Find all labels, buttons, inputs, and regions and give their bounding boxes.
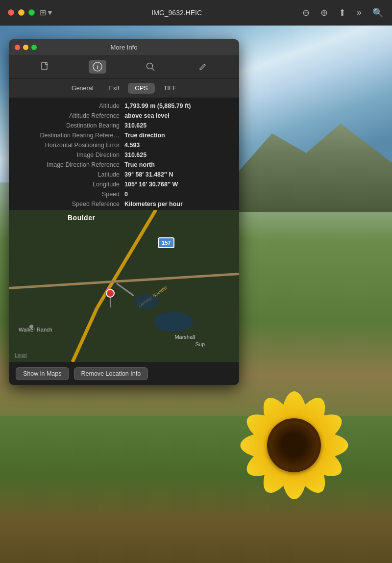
zoom-in-button[interactable]: ⊕ — [319, 6, 329, 19]
titlebar-actions: ⊖ ⊕ ⬆ » 🔍 — [301, 6, 384, 19]
traffic-lights — [8, 9, 35, 16]
tab-exif[interactable]: Exif — [102, 83, 126, 94]
file-icon — [41, 62, 49, 72]
search-icon-button[interactable] — [142, 60, 159, 74]
panel-bottom-buttons: Show in Maps Remove Location Info — [9, 362, 239, 385]
pin-line — [110, 298, 111, 307]
gps-data-section: Altitude 1,793.99 m (5,885.79 ft) Altitu… — [9, 98, 239, 210]
map-label-marshall: Marshall — [174, 334, 195, 340]
map-road-sign-157: 157 — [158, 237, 174, 248]
field-label-img-dir: Image Direction — [17, 152, 124, 158]
field-value-longitude: 105° 16′ 30.768″ W — [124, 181, 178, 188]
field-label-speed-ref: Speed Reference — [17, 201, 124, 207]
field-label-altitude: Altitude — [17, 102, 124, 109]
minimize-button[interactable] — [18, 9, 24, 16]
field-label-speed: Speed — [17, 191, 124, 198]
file-icon-button[interactable] — [36, 60, 54, 74]
field-label-hpe: Horizontal Positioning Error — [17, 142, 124, 149]
more-info-panel: More Info i — [9, 39, 239, 385]
sunflower — [225, 377, 363, 514]
search-icon — [146, 62, 155, 71]
svg-point-3 — [147, 63, 152, 69]
map-label-sup: Sup — [195, 341, 205, 347]
table-row: Destination Bearing Refere… True directi… — [9, 130, 239, 140]
map-roads-svg — [9, 210, 239, 362]
table-row: Speed Reference Kilometers per hour — [9, 199, 239, 209]
field-value-dest-bearing-ref: True direction — [124, 132, 165, 139]
pencil-icon — [198, 62, 207, 71]
table-row: Altitude 1,793.99 m (5,885.79 ft) — [9, 101, 239, 111]
field-value-latitude: 39° 58′ 31.482″ N — [124, 171, 173, 178]
close-button[interactable] — [8, 9, 14, 16]
panel-toolbar: i — [9, 55, 239, 79]
table-row: Longitude 105° 16′ 30.768″ W — [9, 179, 239, 189]
field-value-dest-bearing: 310.625 — [124, 122, 147, 129]
maximize-button[interactable] — [28, 9, 35, 16]
panel-maximize-button[interactable] — [31, 45, 37, 50]
panel-close-button[interactable] — [15, 45, 20, 50]
table-row: Speed 0 — [9, 189, 239, 199]
table-row: Altitude Reference above sea level — [9, 111, 239, 121]
map-label-boulder: Boulder — [68, 214, 95, 222]
show-maps-button[interactable]: Show in Maps — [16, 367, 69, 380]
titlebar: ⊞ ▾ IMG_9632.HEIC ⊖ ⊕ ⬆ » 🔍 — [0, 0, 392, 26]
remove-location-button[interactable]: Remove Location Info — [74, 367, 148, 380]
tab-general[interactable]: General — [65, 83, 100, 94]
map-water-body-2 — [134, 294, 159, 309]
field-label-img-dir-ref: Image Direction Reference — [17, 161, 124, 168]
table-row: Horizontal Positioning Error 4.593 — [9, 140, 239, 150]
panel-minimize-button[interactable] — [23, 45, 28, 50]
table-row: Image Direction Reference True north — [9, 160, 239, 170]
field-label-dest-bearing-ref: Destination Bearing Refere… — [17, 132, 124, 139]
tab-gps[interactable]: GPS — [128, 83, 154, 94]
table-row: Destination Bearing 310.625 — [9, 121, 239, 130]
svg-line-8 — [117, 283, 134, 296]
field-label-longitude: Longitude — [17, 181, 124, 188]
zoom-out-button[interactable]: ⊖ — [301, 6, 311, 19]
field-value-altitude-ref: above sea level — [124, 112, 170, 119]
field-value-speed-ref: Kilometers per hour — [124, 201, 183, 207]
field-value-img-dir: 310.625 — [124, 152, 147, 158]
map-water-body — [154, 312, 193, 332]
more-button[interactable]: » — [356, 6, 363, 19]
table-row: Latitude 39° 58′ 31.482″ N — [9, 170, 239, 179]
svg-text:i: i — [97, 64, 98, 71]
search-button[interactable]: 🔍 — [371, 6, 384, 19]
filename-label: IMG_9632.HEIC — [151, 9, 202, 17]
field-label-latitude: Latitude — [17, 171, 124, 178]
panel-title: More Info — [111, 44, 138, 51]
tab-tiff[interactable]: TIFF — [157, 83, 183, 94]
svg-line-4 — [152, 68, 154, 71]
panel-titlebar: More Info — [9, 39, 239, 55]
panel-traffic-lights — [15, 45, 37, 50]
field-value-img-dir-ref: True north — [124, 161, 155, 168]
sidebar-toggle-icon[interactable]: ⊞ ▾ — [40, 8, 52, 17]
panel-tabs: General Exif GPS TIFF — [9, 79, 239, 98]
flower-center — [267, 418, 321, 472]
svg-line-7 — [9, 274, 239, 288]
map-container[interactable]: Boulder 157 Denver Boulder Walker Ranch … — [9, 210, 239, 362]
svg-line-6 — [73, 308, 97, 362]
field-value-speed: 0 — [124, 191, 128, 198]
map-location-pin — [106, 289, 115, 307]
info-icon-button[interactable]: i — [89, 60, 106, 74]
legal-link[interactable]: Legal — [15, 353, 26, 358]
map-label-walker-ranch: Walker Ranch — [19, 327, 52, 333]
pin-circle — [106, 289, 115, 298]
share-button[interactable]: ⬆ — [338, 6, 347, 19]
svg-rect-0 — [42, 62, 47, 70]
edit-icon-button[interactable] — [194, 60, 212, 74]
map-roads — [9, 210, 239, 362]
info-icon: i — [93, 62, 102, 72]
field-value-altitude: 1,793.99 m (5,885.79 ft) — [124, 102, 191, 109]
table-row: Image Direction 310.625 — [9, 150, 239, 160]
window-title: IMG_9632.HEIC — [52, 9, 301, 17]
field-label-altitude-ref: Altitude Reference — [17, 112, 124, 119]
field-label-dest-bearing: Destination Bearing — [17, 122, 124, 129]
field-value-hpe: 4.593 — [124, 142, 140, 149]
